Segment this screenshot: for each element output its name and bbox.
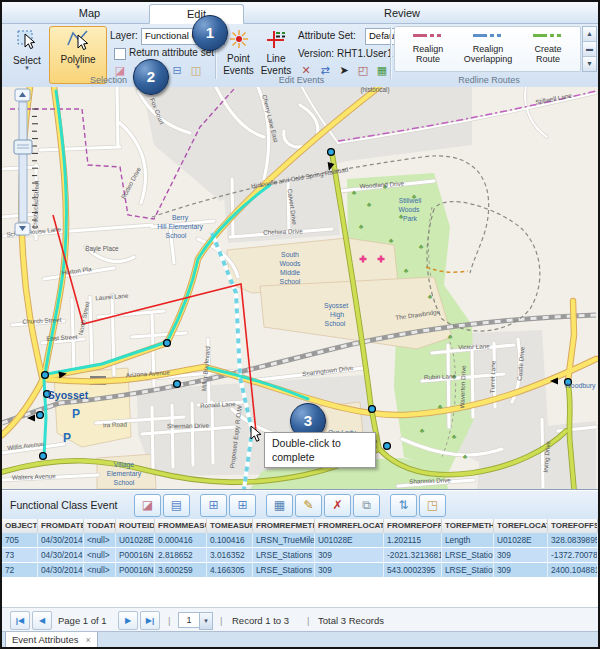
layer-label: Layer: xyxy=(110,30,138,41)
table-cell: 04/30/2014 xyxy=(38,548,84,563)
page-number-input[interactable]: 1 xyxy=(178,612,200,628)
parking-icon: P xyxy=(72,407,80,421)
table-cell: 309 xyxy=(494,548,548,563)
route-vertex-marker[interactable] xyxy=(328,149,335,156)
route-vertex-marker[interactable] xyxy=(369,406,376,413)
column-header-objectid[interactable]: OBJECTID xyxy=(2,519,38,533)
line-events-button[interactable]: Line Events xyxy=(257,27,295,82)
save-icon[interactable]: ▦ xyxy=(266,494,293,517)
map-label: (historical) xyxy=(360,87,389,94)
select-button[interactable]: Select ▼ xyxy=(7,27,47,82)
column-header-toreflocation[interactable]: TOREFLOCATION xyxy=(494,519,548,533)
selection-group-label: Selection xyxy=(2,75,215,85)
select-dropdown-carat[interactable]: ▼ xyxy=(8,66,46,70)
scroll-up-icon[interactable]: ▲ xyxy=(583,27,596,42)
map-label: Searingtown Drive xyxy=(302,364,355,378)
table-row[interactable]: 70504/30/2014<null>U01028E0.0004160.1004… xyxy=(2,533,598,548)
map-label: School xyxy=(114,479,135,486)
copy-icon[interactable]: ⧉ xyxy=(353,494,380,517)
map-label: Syosset xyxy=(48,389,89,401)
sort-icon[interactable]: ⇅ xyxy=(390,494,417,517)
edit-events-group-label: Edit Events xyxy=(215,75,388,85)
table-header-row: OBJECTIDFROMDATETODATEROUTEIDFROMMEASURE… xyxy=(2,519,598,534)
add-window-left-icon[interactable]: ⊞ xyxy=(200,494,227,517)
route-vertex-marker[interactable] xyxy=(164,340,171,347)
table-cell: <null> xyxy=(84,533,116,548)
tree-icon: ♣ xyxy=(419,243,424,250)
scroll-thumb[interactable]: ▬ xyxy=(583,42,596,57)
table-cell: <null> xyxy=(84,563,116,578)
map-label: South xyxy=(281,251,299,258)
map-label: Village xyxy=(114,461,135,469)
table-row[interactable]: 7304/30/2014<null>P00016N2.8186523.01635… xyxy=(2,548,598,563)
next-page-button[interactable]: ▶ xyxy=(118,611,138,630)
map-label: Park xyxy=(403,215,418,222)
table-cell: LRSE_Stations xyxy=(253,563,315,578)
column-header-fromdate[interactable]: FROMDATE xyxy=(38,519,84,533)
tree-icon: ♣ xyxy=(452,433,457,440)
map-label: Shannon Drive xyxy=(409,476,451,484)
column-header-fromreflocation[interactable]: FROMREFLOCATION xyxy=(315,519,384,533)
column-header-routeid[interactable]: ROUTEID xyxy=(116,519,155,533)
table-cell: P00016N xyxy=(116,563,155,578)
table-cell: Length xyxy=(442,533,494,548)
route-vertex-marker[interactable] xyxy=(42,372,49,379)
event-editor-window: Map Edit Review Select ▼ Polyline ▼ Laye… xyxy=(0,0,600,649)
map-label: School xyxy=(325,320,346,327)
version-label: Version: RHT1.User1 xyxy=(298,48,392,59)
show-table-icon[interactable]: ▤ xyxy=(163,494,190,517)
redline-group-label: Redline Routes xyxy=(394,75,584,85)
delete-icon[interactable]: ✗ xyxy=(324,494,351,517)
table-cell: 73 xyxy=(2,548,38,563)
map-label: Turret Lane xyxy=(488,360,496,393)
map-label: School xyxy=(166,232,187,239)
add-window-right-icon[interactable]: ⊞ xyxy=(229,494,256,517)
table-cell: 0.100416 xyxy=(207,533,253,548)
column-header-fromrefoffset[interactable]: FROMREFOFFSET xyxy=(384,519,442,533)
tab-event-attributes[interactable]: Event Attributes× xyxy=(5,632,98,649)
tree-icon: ♣ xyxy=(438,403,443,410)
edit-attributes-icon[interactable]: ✎ xyxy=(295,494,322,517)
column-header-frommeasure[interactable]: FROMMEASURE xyxy=(155,519,207,533)
attribute-set-label: Attribute Set: xyxy=(298,30,356,41)
point-events-icon xyxy=(227,41,251,52)
polyline-dropdown-carat[interactable]: ▼ xyxy=(50,65,106,69)
zoom-track[interactable] xyxy=(19,102,27,222)
map-label: School xyxy=(280,278,301,285)
column-header-todate[interactable]: TODATE xyxy=(84,519,116,533)
clear-selection-icon[interactable]: ◪ xyxy=(134,494,161,517)
redline-realign-overlapping-button[interactable]: RealignOverlapping xyxy=(459,29,517,64)
table-cell: 0.000416 xyxy=(155,533,207,548)
page-number-dropdown[interactable]: ▼ xyxy=(199,612,213,630)
column-header-torefoffset[interactable]: TOREFOFFSET xyxy=(548,519,598,533)
column-header-tomeasure[interactable]: TOMEASURE xyxy=(207,519,253,533)
close-tab-icon[interactable]: × xyxy=(86,635,91,645)
route-vertex-marker[interactable] xyxy=(40,453,47,460)
ribbon: Map Edit Review Select ▼ Polyline ▼ Laye… xyxy=(2,2,598,88)
map-label: Woodbury xyxy=(565,382,596,390)
column-header-fromrefmethod[interactable]: FROMREFMETHOD xyxy=(253,519,315,533)
table-row[interactable]: 7204/30/2014<null>P00016N3.6002594.16630… xyxy=(2,563,598,578)
route-vertex-marker[interactable] xyxy=(37,412,44,419)
redline-create-route-button[interactable]: CreateRoute xyxy=(519,29,577,64)
group-divider xyxy=(390,27,392,79)
last-page-button[interactable]: ▶| xyxy=(140,611,160,630)
route-vertex-marker[interactable] xyxy=(174,381,181,388)
prev-page-button[interactable]: ◀ xyxy=(32,611,52,630)
table-cell: 309 xyxy=(494,563,548,578)
redline-realign-route-button[interactable]: RealignRoute xyxy=(399,29,457,64)
first-page-button[interactable]: |◀ xyxy=(10,611,30,630)
tab-review[interactable]: Review xyxy=(357,4,447,22)
polyline-icon xyxy=(65,42,91,53)
return-attribute-checkbox[interactable] xyxy=(114,48,126,60)
column-header-torefmethod[interactable]: TOREFMETHOD xyxy=(442,519,494,533)
map-label: Sherman Drive xyxy=(167,422,210,430)
map-label: Stillwell xyxy=(399,197,422,204)
route-vertex-marker[interactable] xyxy=(384,443,391,450)
zoom-handle[interactable] xyxy=(14,140,32,154)
table-cell: 04/30/2014 xyxy=(38,533,84,548)
scroll-down-icon[interactable]: ▼ xyxy=(583,57,596,71)
open-form-icon[interactable]: ◳ xyxy=(419,494,446,517)
tab-map[interactable]: Map xyxy=(52,4,127,22)
tree-icon: ♣ xyxy=(448,333,453,340)
